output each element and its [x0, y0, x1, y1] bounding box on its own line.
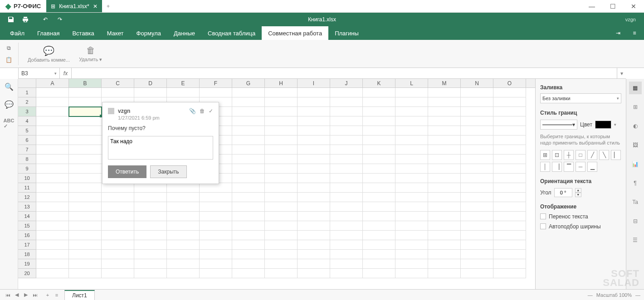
cell[interactable] — [363, 221, 395, 231]
cell[interactable] — [265, 88, 298, 97]
cell[interactable] — [493, 240, 526, 250]
cell[interactable] — [395, 193, 428, 202]
cell[interactable] — [428, 97, 461, 107]
cell[interactable] — [69, 155, 102, 164]
cell[interactable] — [134, 269, 167, 278]
cell[interactable] — [493, 202, 526, 212]
cell[interactable] — [493, 174, 526, 183]
undo-button[interactable]: ↶ — [38, 13, 53, 26]
row-header[interactable]: 19 — [18, 259, 36, 269]
cell[interactable] — [461, 193, 493, 202]
cell[interactable] — [298, 107, 330, 116]
cell[interactable] — [134, 183, 167, 193]
cell[interactable] — [493, 135, 526, 145]
cell[interactable] — [69, 259, 102, 269]
cell[interactable] — [134, 250, 167, 259]
expand-formula-icon[interactable]: ▾ — [617, 68, 626, 78]
cell[interactable] — [167, 202, 200, 212]
cell[interactable] — [36, 259, 69, 269]
cell[interactable] — [200, 202, 232, 212]
cell[interactable] — [428, 174, 461, 183]
col-header[interactable]: L — [395, 79, 428, 87]
cell[interactable] — [330, 221, 363, 231]
cell[interactable] — [428, 269, 461, 278]
cell[interactable] — [428, 240, 461, 250]
cell[interactable] — [461, 174, 493, 183]
cell[interactable] — [232, 116, 265, 126]
row-header[interactable]: 15 — [18, 221, 36, 231]
cell[interactable] — [232, 221, 265, 231]
cell[interactable] — [134, 202, 167, 212]
fill-select[interactable]: Без заливки ▾ — [540, 93, 621, 103]
cell[interactable] — [395, 240, 428, 250]
cell[interactable] — [461, 259, 493, 269]
image-settings-icon[interactable]: 🖼 — [629, 139, 642, 151]
border-bottom[interactable]: ▁ — [587, 162, 597, 172]
shrink-fit-checkbox[interactable]: Автоподбор ширины — [540, 223, 621, 230]
cell[interactable] — [265, 240, 298, 250]
cell[interactable] — [134, 221, 167, 231]
cell[interactable] — [232, 145, 265, 155]
cell[interactable] — [395, 145, 428, 155]
cell[interactable] — [395, 135, 428, 145]
cell[interactable] — [330, 116, 363, 126]
col-header[interactable]: H — [265, 79, 298, 87]
cell[interactable] — [200, 183, 232, 193]
cell[interactable] — [102, 240, 134, 250]
new-tab-button[interactable]: + — [102, 0, 115, 12]
cell[interactable] — [395, 269, 428, 278]
cell[interactable] — [330, 269, 363, 278]
cell[interactable] — [395, 97, 428, 107]
cell[interactable] — [200, 240, 232, 250]
cell[interactable] — [36, 202, 69, 212]
cell[interactable] — [395, 107, 428, 116]
cell[interactable] — [395, 88, 428, 97]
cell[interactable] — [69, 221, 102, 231]
row-header[interactable]: 14 — [18, 212, 36, 221]
cell[interactable] — [428, 221, 461, 231]
save-button[interactable] — [4, 13, 18, 26]
cell[interactable] — [298, 164, 330, 174]
cell[interactable] — [395, 183, 428, 193]
cell[interactable] — [461, 240, 493, 250]
cell[interactable] — [102, 202, 134, 212]
col-header[interactable]: D — [134, 79, 167, 87]
menu-formula[interactable]: Формула — [130, 26, 167, 40]
cell[interactable] — [232, 126, 265, 135]
cell[interactable] — [265, 202, 298, 212]
cell[interactable] — [493, 221, 526, 231]
cell[interactable] — [363, 174, 395, 183]
cell[interactable] — [265, 259, 298, 269]
cell[interactable] — [36, 212, 69, 221]
cell[interactable] — [102, 221, 134, 231]
cell[interactable] — [493, 259, 526, 269]
resolve-icon[interactable]: ✓ — [209, 108, 213, 114]
textart-settings-icon[interactable]: Ta — [629, 196, 642, 208]
add-comment-button[interactable]: 💬 Добавить комме... — [28, 45, 70, 63]
cell[interactable] — [69, 240, 102, 250]
cell[interactable] — [36, 183, 69, 193]
cell[interactable] — [298, 126, 330, 135]
border-all[interactable]: ⊞ — [540, 150, 550, 160]
cell[interactable] — [265, 221, 298, 231]
cell[interactable] — [265, 250, 298, 259]
cell[interactable] — [298, 250, 330, 259]
cell[interactable] — [428, 164, 461, 174]
cell[interactable] — [330, 193, 363, 202]
cell[interactable] — [461, 145, 493, 155]
chevron-down-icon[interactable]: ▾ — [54, 71, 57, 76]
cell[interactable] — [102, 212, 134, 221]
cell[interactable] — [363, 202, 395, 212]
cell[interactable] — [363, 164, 395, 174]
add-sheet-button[interactable]: + — [44, 291, 52, 299]
cell[interactable] — [265, 155, 298, 164]
cell[interactable] — [265, 97, 298, 107]
cell[interactable] — [493, 212, 526, 221]
search-icon[interactable]: 🔍 — [5, 82, 14, 91]
comments-panel-icon[interactable]: 💬 — [5, 100, 14, 109]
cell[interactable] — [363, 135, 395, 145]
cell[interactable] — [200, 269, 232, 278]
col-header[interactable]: C — [102, 79, 134, 87]
border-outer[interactable]: □ — [576, 150, 585, 160]
cell[interactable] — [330, 250, 363, 259]
